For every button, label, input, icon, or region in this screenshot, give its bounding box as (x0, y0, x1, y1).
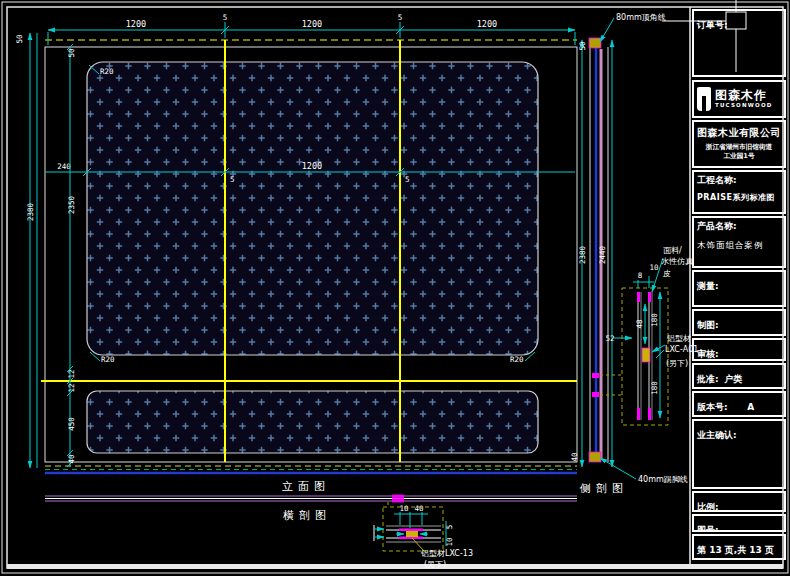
drawing-number-cell: 图号: (692, 514, 786, 532)
product-label: 产品名称: (697, 220, 781, 233)
skirting-note: 40mm踢脚线 (638, 475, 688, 484)
product-value: 木饰面组合案例 (697, 240, 781, 252)
approve-value: 户类 (724, 374, 742, 384)
project-cell: 工程名称: PRAISE系列标准图 (692, 170, 786, 214)
sheet-border (2, 2, 788, 573)
elevation-view: R20 R20 R20 (41, 40, 577, 473)
dim-top-gap-1: 5 (223, 13, 228, 22)
dim-d13-r1: 5 (445, 525, 454, 530)
order-number-cell: 订单号: (692, 9, 786, 77)
dim-stile-width: 240 (57, 162, 71, 171)
cad-sheet: 订单号: 图森木作 TUCSONWOOD 图森木业有限公司 浙江省湖州市旧馆街道… (0, 0, 790, 576)
crown-note: 80mm顶角线 (616, 13, 666, 22)
survey-cell: 测量: (692, 270, 786, 307)
detail-lxc13: 10 40 5 10 铝型材LXC-13 (另下) (374, 502, 473, 569)
skirting-section (589, 452, 601, 462)
fabric-note-3: 皮 (663, 269, 671, 278)
review-cell: 审核: (692, 338, 786, 361)
project-value: PRAISE系列标准图 (697, 192, 781, 203)
grid-lines (41, 40, 577, 462)
dim-side-top: 50 (578, 41, 587, 51)
dim-d13-r2: 10 (445, 537, 454, 547)
approve-label: 批准: (697, 374, 719, 384)
corner-radius-tl: R20 (100, 67, 114, 76)
survey-label: 测量: (697, 281, 719, 291)
dim-side-height-1: 2380 (578, 245, 587, 264)
profile-core (406, 531, 418, 537)
company-cell: 图森木业有限公司 浙江省湖州市旧馆街道 工业园1号 (692, 120, 786, 168)
dim-mid-gap-1: 5 (230, 175, 235, 184)
company-address-line1: 浙江省湖州市旧馆街道 (699, 143, 779, 152)
dim-top-3: 1200 (477, 19, 497, 29)
side-section-label: 侧剖图 (579, 482, 628, 495)
top-dimensions: 1200 1200 1200 5 5 (48, 13, 575, 45)
dim-a01-left: 52 (605, 334, 614, 343)
dim-a01-mid: 48 (635, 319, 644, 329)
drawing-number-label: 图号: (697, 525, 719, 532)
dim-height-inner: 2350 (67, 195, 76, 214)
dim-top-gap-2: 5 (398, 13, 403, 22)
scale-cell: 比例: (692, 491, 786, 512)
dim-edge-left: 50 (15, 34, 24, 44)
dim-d13-w2: 40 (414, 504, 424, 513)
company-name: 图森木业有限公司 (697, 126, 781, 140)
review-label: 审核: (697, 349, 719, 359)
crown-molding-section (589, 38, 601, 48)
dim-top-2: 1200 (302, 19, 322, 29)
draft-label: 制图: (697, 320, 719, 330)
profile-lxc13-note-1: 铝型材LXC-13 (420, 549, 473, 558)
dim-side-height-2: 2440 (598, 245, 607, 264)
tucson-logo-icon (697, 87, 711, 111)
fabric-note-2: 水性仿真 (661, 257, 694, 266)
approve-cell: 批准: 户类 (692, 363, 786, 389)
upper-panel-hatch (87, 62, 538, 355)
joint-core (642, 348, 650, 362)
side-section-view: 80mm顶角线 40mm踢脚线 2380 2440 50 40 (570, 13, 688, 484)
lower-panel-hatch (87, 391, 538, 453)
dim-chain-3: 450 (67, 417, 76, 431)
profile-a01-note-1: 铝型材 (666, 334, 691, 343)
project-label: 工程名称: (697, 174, 781, 187)
dim-chain-2: 12 (67, 383, 76, 392)
dim-a01-top2: 10 (649, 263, 659, 272)
page-cell: 第 13 页,共 13 页 (692, 534, 786, 560)
dim-edge-inner: 50 (67, 48, 76, 58)
title-block: 订单号: 图森木作 TUCSONWOOD 图森木业有限公司 浙江省湖州市旧馆街道… (692, 8, 786, 568)
page-indicator: 第 13 页,共 13 页 (697, 545, 774, 555)
product-cell: 产品名称: 木饰面组合案例 (692, 216, 786, 268)
dim-side-bottom: 40 (570, 452, 579, 462)
detail-lxca01: 8 10 52 48 180 180 面料/ 水性仿真 皮 铝型材 LXC-A0… (605, 246, 698, 425)
dim-chain-4: 40 (67, 454, 76, 464)
dim-a01-r2: 180 (650, 381, 659, 395)
dim-mid-width: 1200 (302, 161, 322, 171)
owner-confirm-label: 业主确认: (697, 430, 737, 440)
logo-name: 图森木作 (715, 89, 773, 101)
dim-chain-1: 12 (67, 369, 76, 378)
dim-d13-w1: 10 (399, 504, 409, 513)
left-dimensions: 2380 2350 12 12 450 40 50 50 (15, 33, 76, 468)
dim-a01-r1: 180 (650, 313, 659, 327)
order-number-label: 订单号: (697, 20, 728, 30)
version-label: 版本号: (697, 402, 728, 412)
corner-radius-br: R20 (510, 355, 524, 364)
dim-mid-gap-2: 5 (405, 175, 410, 184)
owner-confirm-cell: 业主确认: (692, 419, 786, 489)
draft-cell: 制图: (692, 309, 786, 336)
fabric-note-1: 面料/ (663, 246, 682, 255)
profile-lxc13-note-2: (另下) (424, 560, 446, 569)
dim-a01-top1: 8 (638, 271, 643, 280)
company-address-line2: 工业园1号 (699, 152, 779, 161)
cad-canvas: R20 R20 R20 1200 1200 1200 5 5 (0, 0, 790, 576)
version-cell: 版本号: A (692, 391, 786, 417)
dim-top-1: 1200 (126, 19, 146, 29)
logo-cell: 图森木作 TUCSONWOOD (692, 80, 786, 118)
logo-subtitle: TUCSONWOOD (715, 103, 773, 109)
dim-height-total: 2380 (26, 202, 35, 221)
scale-label: 比例: (697, 502, 719, 512)
corner-radius-bl: R20 (101, 355, 115, 364)
cross-section-view (45, 495, 577, 503)
version-value: A (747, 402, 754, 412)
mid-dimensions: 1200 240 5 5 (45, 161, 575, 184)
elevation-label: 立面图 (282, 480, 330, 493)
profile-a01-note-3: (另下) (666, 359, 688, 368)
